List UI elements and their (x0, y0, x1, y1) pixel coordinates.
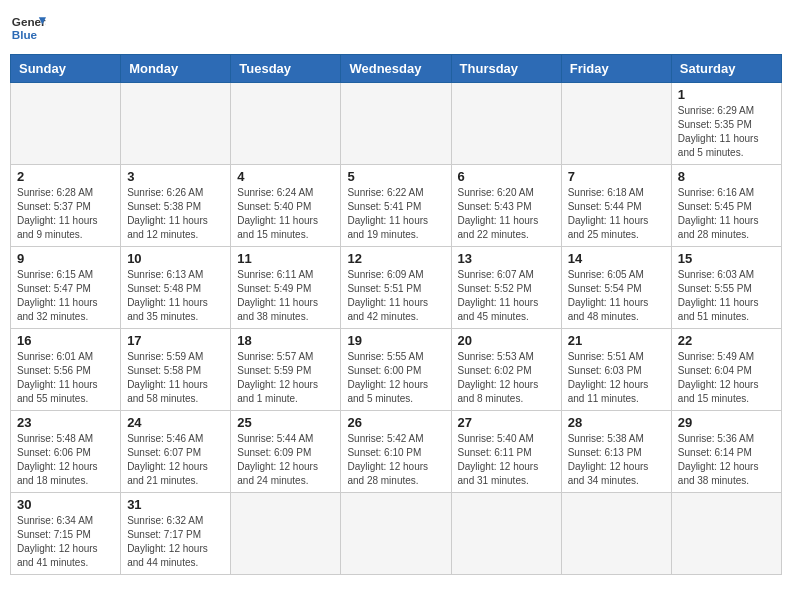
day-number: 14 (568, 251, 665, 266)
day-cell-19: 19Sunrise: 5:55 AM Sunset: 6:00 PM Dayli… (341, 329, 451, 411)
day-info: Sunrise: 5:36 AM Sunset: 6:14 PM Dayligh… (678, 432, 775, 488)
day-cell-25: 25Sunrise: 5:44 AM Sunset: 6:09 PM Dayli… (231, 411, 341, 493)
day-number: 27 (458, 415, 555, 430)
day-cell-24: 24Sunrise: 5:46 AM Sunset: 6:07 PM Dayli… (121, 411, 231, 493)
day-cell-21: 21Sunrise: 5:51 AM Sunset: 6:03 PM Dayli… (561, 329, 671, 411)
day-number: 7 (568, 169, 665, 184)
day-cell-30: 30Sunrise: 6:34 AM Sunset: 7:15 PM Dayli… (11, 493, 121, 575)
day-info: Sunrise: 6:26 AM Sunset: 5:38 PM Dayligh… (127, 186, 224, 242)
day-number: 8 (678, 169, 775, 184)
day-cell-15: 15Sunrise: 6:03 AM Sunset: 5:55 PM Dayli… (671, 247, 781, 329)
day-cell-9: 9Sunrise: 6:15 AM Sunset: 5:47 PM Daylig… (11, 247, 121, 329)
calendar-week-row-1: 2Sunrise: 6:28 AM Sunset: 5:37 PM Daylig… (11, 165, 782, 247)
empty-day-cell (121, 83, 231, 165)
day-number: 2 (17, 169, 114, 184)
day-number: 9 (17, 251, 114, 266)
day-info: Sunrise: 5:48 AM Sunset: 6:06 PM Dayligh… (17, 432, 114, 488)
day-info: Sunrise: 6:22 AM Sunset: 5:41 PM Dayligh… (347, 186, 444, 242)
day-info: Sunrise: 5:49 AM Sunset: 6:04 PM Dayligh… (678, 350, 775, 406)
day-number: 25 (237, 415, 334, 430)
day-number: 18 (237, 333, 334, 348)
day-number: 28 (568, 415, 665, 430)
day-cell-8: 8Sunrise: 6:16 AM Sunset: 5:45 PM Daylig… (671, 165, 781, 247)
weekday-header-tuesday: Tuesday (231, 55, 341, 83)
day-info: Sunrise: 6:01 AM Sunset: 5:56 PM Dayligh… (17, 350, 114, 406)
day-number: 19 (347, 333, 444, 348)
empty-day-cell (561, 83, 671, 165)
generalblue-logo-icon: General Blue (10, 10, 46, 46)
empty-day-cell (231, 493, 341, 575)
day-number: 23 (17, 415, 114, 430)
empty-day-cell (561, 493, 671, 575)
weekday-header-saturday: Saturday (671, 55, 781, 83)
day-number: 15 (678, 251, 775, 266)
calendar-week-row-0: 1Sunrise: 6:29 AM Sunset: 5:35 PM Daylig… (11, 83, 782, 165)
day-number: 24 (127, 415, 224, 430)
day-number: 11 (237, 251, 334, 266)
day-info: Sunrise: 5:53 AM Sunset: 6:02 PM Dayligh… (458, 350, 555, 406)
day-cell-17: 17Sunrise: 5:59 AM Sunset: 5:58 PM Dayli… (121, 329, 231, 411)
day-info: Sunrise: 6:15 AM Sunset: 5:47 PM Dayligh… (17, 268, 114, 324)
day-info: Sunrise: 6:18 AM Sunset: 5:44 PM Dayligh… (568, 186, 665, 242)
day-number: 17 (127, 333, 224, 348)
day-number: 10 (127, 251, 224, 266)
weekday-header-friday: Friday (561, 55, 671, 83)
day-number: 30 (17, 497, 114, 512)
page-header: General Blue (10, 10, 782, 46)
day-info: Sunrise: 6:13 AM Sunset: 5:48 PM Dayligh… (127, 268, 224, 324)
day-info: Sunrise: 5:42 AM Sunset: 6:10 PM Dayligh… (347, 432, 444, 488)
day-cell-11: 11Sunrise: 6:11 AM Sunset: 5:49 PM Dayli… (231, 247, 341, 329)
empty-day-cell (451, 83, 561, 165)
day-cell-18: 18Sunrise: 5:57 AM Sunset: 5:59 PM Dayli… (231, 329, 341, 411)
weekday-header-monday: Monday (121, 55, 231, 83)
empty-day-cell (451, 493, 561, 575)
day-number: 6 (458, 169, 555, 184)
weekday-header-wednesday: Wednesday (341, 55, 451, 83)
day-info: Sunrise: 6:11 AM Sunset: 5:49 PM Dayligh… (237, 268, 334, 324)
day-cell-10: 10Sunrise: 6:13 AM Sunset: 5:48 PM Dayli… (121, 247, 231, 329)
weekday-header-row: SundayMondayTuesdayWednesdayThursdayFrid… (11, 55, 782, 83)
day-cell-31: 31Sunrise: 6:32 AM Sunset: 7:17 PM Dayli… (121, 493, 231, 575)
day-cell-3: 3Sunrise: 6:26 AM Sunset: 5:38 PM Daylig… (121, 165, 231, 247)
day-cell-6: 6Sunrise: 6:20 AM Sunset: 5:43 PM Daylig… (451, 165, 561, 247)
day-cell-20: 20Sunrise: 5:53 AM Sunset: 6:02 PM Dayli… (451, 329, 561, 411)
day-cell-28: 28Sunrise: 5:38 AM Sunset: 6:13 PM Dayli… (561, 411, 671, 493)
day-cell-27: 27Sunrise: 5:40 AM Sunset: 6:11 PM Dayli… (451, 411, 561, 493)
logo: General Blue (10, 10, 46, 46)
calendar-week-row-5: 30Sunrise: 6:34 AM Sunset: 7:15 PM Dayli… (11, 493, 782, 575)
day-info: Sunrise: 6:24 AM Sunset: 5:40 PM Dayligh… (237, 186, 334, 242)
day-cell-22: 22Sunrise: 5:49 AM Sunset: 6:04 PM Dayli… (671, 329, 781, 411)
day-cell-5: 5Sunrise: 6:22 AM Sunset: 5:41 PM Daylig… (341, 165, 451, 247)
day-cell-29: 29Sunrise: 5:36 AM Sunset: 6:14 PM Dayli… (671, 411, 781, 493)
day-cell-14: 14Sunrise: 6:05 AM Sunset: 5:54 PM Dayli… (561, 247, 671, 329)
day-cell-26: 26Sunrise: 5:42 AM Sunset: 6:10 PM Dayli… (341, 411, 451, 493)
empty-day-cell (341, 493, 451, 575)
day-cell-16: 16Sunrise: 6:01 AM Sunset: 5:56 PM Dayli… (11, 329, 121, 411)
day-info: Sunrise: 5:38 AM Sunset: 6:13 PM Dayligh… (568, 432, 665, 488)
day-cell-2: 2Sunrise: 6:28 AM Sunset: 5:37 PM Daylig… (11, 165, 121, 247)
day-cell-4: 4Sunrise: 6:24 AM Sunset: 5:40 PM Daylig… (231, 165, 341, 247)
calendar-table: SundayMondayTuesdayWednesdayThursdayFrid… (10, 54, 782, 575)
day-info: Sunrise: 6:34 AM Sunset: 7:15 PM Dayligh… (17, 514, 114, 570)
svg-text:Blue: Blue (12, 28, 38, 41)
day-info: Sunrise: 6:20 AM Sunset: 5:43 PM Dayligh… (458, 186, 555, 242)
day-number: 16 (17, 333, 114, 348)
calendar-week-row-3: 16Sunrise: 6:01 AM Sunset: 5:56 PM Dayli… (11, 329, 782, 411)
weekday-header-sunday: Sunday (11, 55, 121, 83)
day-info: Sunrise: 6:03 AM Sunset: 5:55 PM Dayligh… (678, 268, 775, 324)
day-number: 3 (127, 169, 224, 184)
day-number: 12 (347, 251, 444, 266)
day-info: Sunrise: 6:32 AM Sunset: 7:17 PM Dayligh… (127, 514, 224, 570)
day-info: Sunrise: 5:59 AM Sunset: 5:58 PM Dayligh… (127, 350, 224, 406)
day-info: Sunrise: 5:44 AM Sunset: 6:09 PM Dayligh… (237, 432, 334, 488)
day-info: Sunrise: 6:16 AM Sunset: 5:45 PM Dayligh… (678, 186, 775, 242)
day-info: Sunrise: 6:29 AM Sunset: 5:35 PM Dayligh… (678, 104, 775, 160)
weekday-header-thursday: Thursday (451, 55, 561, 83)
day-info: Sunrise: 5:57 AM Sunset: 5:59 PM Dayligh… (237, 350, 334, 406)
calendar-week-row-2: 9Sunrise: 6:15 AM Sunset: 5:47 PM Daylig… (11, 247, 782, 329)
calendar-week-row-4: 23Sunrise: 5:48 AM Sunset: 6:06 PM Dayli… (11, 411, 782, 493)
day-number: 26 (347, 415, 444, 430)
day-info: Sunrise: 6:07 AM Sunset: 5:52 PM Dayligh… (458, 268, 555, 324)
day-info: Sunrise: 5:40 AM Sunset: 6:11 PM Dayligh… (458, 432, 555, 488)
empty-day-cell (671, 493, 781, 575)
